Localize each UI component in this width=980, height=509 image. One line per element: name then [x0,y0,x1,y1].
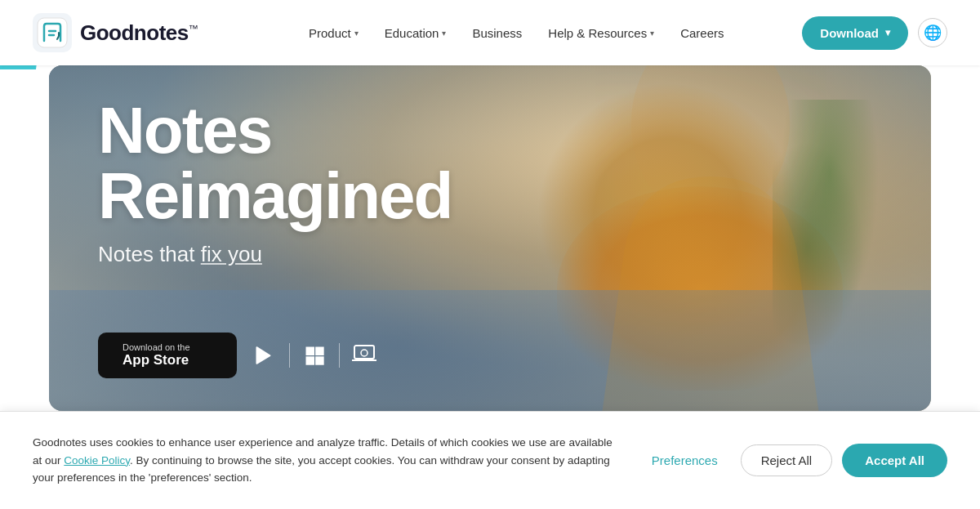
language-button[interactable]: 🌐 [918,18,947,47]
nav-right: Download ▾ 🌐 [802,16,947,50]
download-row: Download on the App Store [98,333,379,378]
app-store-button[interactable]: Download on the App Store [98,333,237,378]
svg-point-4 [361,350,368,356]
nav-education[interactable]: Education ▾ [373,20,458,47]
windows-button[interactable] [300,341,329,370]
cookie-policy-link[interactable]: Cookie Policy [64,454,130,467]
windows-icon [303,344,326,367]
divider [339,343,340,368]
nav-careers[interactable]: Careers [669,20,735,47]
chevron-down-icon: ▾ [650,29,654,38]
nav-business[interactable]: Business [461,20,533,47]
hero-text-area: Notes Reimagined Notes that fix you [98,98,452,267]
brand-name: Goodnotes™ [80,20,198,46]
accept-all-button[interactable]: Accept All [842,444,947,477]
nav-product[interactable]: Product ▾ [297,20,370,47]
logo-icon [33,13,72,52]
logo[interactable]: Goodnotes™ [33,13,198,52]
chevron-down-icon: ▾ [885,27,890,38]
cookie-text: Goodnotes uses cookies to enhance user e… [33,434,614,487]
navbar: Goodnotes™ Product ▾ Education ▾ Busines… [0,0,980,65]
web-button[interactable] [350,341,379,370]
nav-help-resources[interactable]: Help & Resources ▾ [537,20,666,47]
divider [289,343,290,368]
platform-icons [250,341,379,370]
globe-icon: 🌐 [924,24,942,42]
google-play-icon [253,344,276,367]
svg-rect-1 [38,18,67,47]
chevron-down-icon: ▾ [354,29,359,38]
app-store-text: Download on the App Store [122,342,190,368]
preferences-button[interactable]: Preferences [639,445,731,476]
reject-all-button[interactable]: Reject All [741,444,833,476]
nav-links: Product ▾ Education ▾ Business Help & Re… [230,20,802,47]
hero-subtitle: Notes that fix you [98,242,452,267]
laptop-icon [351,344,377,367]
google-play-button[interactable] [250,341,279,370]
chevron-down-icon: ▾ [442,29,446,38]
download-button[interactable]: Download ▾ [802,16,908,50]
hero-title: Notes Reimagined [98,98,452,229]
hero-section: Notes Reimagined Notes that fix you Down… [49,65,931,411]
cookie-actions: Preferences Reject All Accept All [639,444,947,477]
cookie-banner: Goodnotes uses cookies to enhance user e… [0,411,980,509]
